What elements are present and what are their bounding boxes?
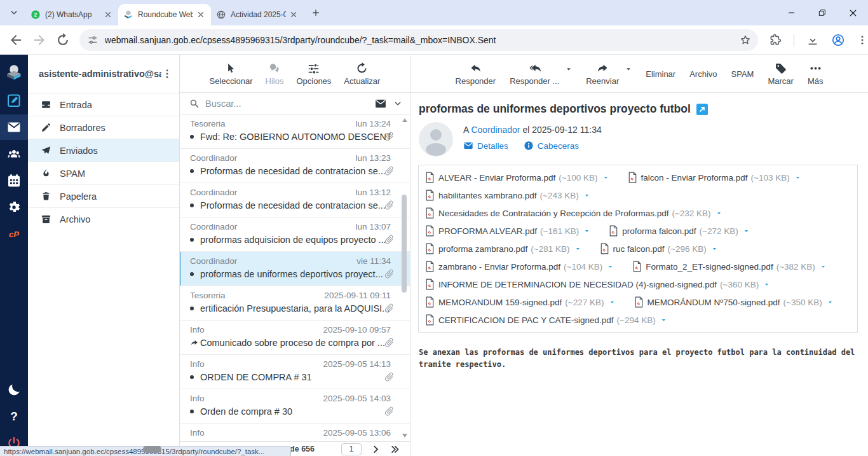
threads-button[interactable]: Hilos xyxy=(266,62,284,86)
back-button[interactable] xyxy=(8,32,24,48)
message-row[interactable]: Info 2025-09-10 09:57 Comunicado sobre p… xyxy=(180,321,410,355)
folder-item-archivo[interactable]: Archivo xyxy=(28,207,179,230)
address-bar[interactable]: webmail.sanjuan.gob.ec/cpsess4895969315/… xyxy=(79,29,758,51)
more-button[interactable]: Más xyxy=(808,62,824,86)
tab-search-button[interactable] xyxy=(5,4,23,22)
attachment-menu-caret[interactable] xyxy=(764,282,770,287)
new-tab-button[interactable] xyxy=(308,4,324,21)
attachment-menu-caret[interactable] xyxy=(607,264,613,270)
search-scope-button[interactable] xyxy=(393,99,402,108)
attachment-menu-caret[interactable] xyxy=(716,211,722,216)
message-row[interactable]: Tesoreria lun 13:24 Fwd: Re: GOBIERNO AU… xyxy=(180,114,410,149)
attachment-chip[interactable]: falcon - Enviar Proforma.pdf (~103 KB) xyxy=(628,169,801,186)
attachment-chip[interactable]: Formato_2_ET-signed-signed.pdf (~382 KB) xyxy=(632,258,826,275)
forward-caret-button[interactable] xyxy=(625,66,632,73)
list-mode-button[interactable] xyxy=(374,97,387,110)
forward-button[interactable]: Reenviar xyxy=(586,62,619,86)
attachment-chip[interactable]: MEMORANDUM 159-signed.pdf (~227 KB) xyxy=(425,293,615,311)
attachment-chip[interactable]: habilitantes xambrano.pdf (~243 KB) xyxy=(425,186,590,204)
attachment-menu-caret[interactable] xyxy=(603,175,609,181)
profile-button[interactable] xyxy=(831,33,845,47)
last-page-button[interactable] xyxy=(390,445,400,454)
reply-all-button[interactable]: Responder ... xyxy=(510,62,559,86)
message-row[interactable]: Info 2025-09-05 13:06 xyxy=(180,424,410,441)
browser-tab[interactable]: 2 (2) WhatsApp xyxy=(25,4,118,25)
next-page-button[interactable] xyxy=(371,445,381,454)
reply-button[interactable]: Responder xyxy=(456,62,496,86)
scrollbar-thumb[interactable] xyxy=(402,195,407,293)
message-row[interactable]: Info 2025-09-05 14:13 ORDEN DE COMPRA # … xyxy=(180,355,410,389)
attachment-menu-caret[interactable] xyxy=(575,246,581,252)
attachment-chip[interactable]: INFORME DE DETERMINACION DE NECESIDAD (4… xyxy=(425,275,770,293)
attachment-menu-caret[interactable] xyxy=(795,175,801,181)
message-row[interactable]: Coordinador lun 13:07 proformas adquisic… xyxy=(180,218,410,252)
message-row[interactable]: Coordinador lun 13:23 Proformas de neces… xyxy=(180,149,410,183)
recipient-link[interactable]: Coordinador xyxy=(471,125,520,135)
folder-item-borradores[interactable]: Borradores xyxy=(28,116,179,139)
browser-tab[interactable]: Actividad 2025-09-12 08:00:00 xyxy=(211,4,304,25)
tab-close-button[interactable] xyxy=(196,10,206,20)
attachment-chip[interactable]: PROFORMA ALVEAR.pdf (~161 KB) xyxy=(425,222,590,240)
headers-link[interactable]: Cabeceras xyxy=(524,141,579,151)
attachment-menu-caret[interactable] xyxy=(712,246,717,252)
delete-button[interactable]: Eliminar xyxy=(646,68,675,79)
scroll-up-arrow[interactable] xyxy=(402,118,407,122)
site-info-icon[interactable] xyxy=(87,34,98,46)
archive-button[interactable]: Archivo xyxy=(689,68,717,79)
scroll-down-arrow[interactable] xyxy=(402,434,407,438)
attachment-menu-caret[interactable] xyxy=(609,300,615,305)
message-row[interactable]: Info 2025-09-05 14:03 Orden de compra # … xyxy=(180,389,410,424)
settings-nav-button[interactable] xyxy=(0,195,28,220)
attachment-menu-caret[interactable] xyxy=(661,317,667,323)
reload-button[interactable] xyxy=(55,32,71,48)
url-text[interactable]: webmail.sanjuan.gob.ec/cpsess4895969315/… xyxy=(105,35,739,45)
minimize-button[interactable] xyxy=(783,4,801,22)
select-button[interactable]: Seleccionar xyxy=(210,62,253,86)
downloads-button[interactable] xyxy=(806,33,820,47)
attachment-chip[interactable]: ruc falcon.pdf (~296 KB) xyxy=(600,240,717,258)
refresh-button[interactable]: Actualizar xyxy=(344,62,380,86)
mark-button[interactable]: Marcar xyxy=(768,62,793,86)
attachment-menu-caret[interactable] xyxy=(584,228,590,234)
tab-close-button[interactable] xyxy=(103,10,113,20)
attachment-chip[interactable]: CERTIFICACION DE PAC Y CATE-signed.pdf (… xyxy=(425,311,667,329)
attachment-chip[interactable]: zambrano - Enviar Proforma.pdf (~104 KB) xyxy=(425,258,613,275)
calendar-nav-button[interactable] xyxy=(0,168,28,193)
compose-button[interactable] xyxy=(0,88,28,113)
extensions-button[interactable] xyxy=(768,33,782,47)
attachment-chip[interactable]: proforma zambrano.pdf (~281 KB) xyxy=(425,240,581,258)
account-menu-button[interactable] xyxy=(161,68,173,79)
browser-tab[interactable]: Roundcube Webmail :: Enviados xyxy=(118,4,211,25)
page-number-box[interactable]: 1 xyxy=(341,443,362,455)
mail-nav-button[interactable] xyxy=(0,114,28,140)
options-button[interactable]: Opciones xyxy=(296,62,331,86)
list-scrollbar[interactable] xyxy=(400,114,409,441)
message-row[interactable]: Coordinador lun 13:12 Proformas de neces… xyxy=(180,183,410,218)
reply-all-caret-button[interactable] xyxy=(566,66,572,73)
dark-mode-button[interactable] xyxy=(0,377,28,403)
attachment-menu-caret[interactable] xyxy=(743,228,749,234)
help-button[interactable]: ? xyxy=(0,404,28,429)
search-input[interactable] xyxy=(205,99,374,109)
folder-item-spam[interactable]: SPAM xyxy=(28,162,179,184)
spam-button[interactable]: SPAM xyxy=(731,68,754,79)
message-row[interactable]: Coordinador vie 11:34 proformas de unifo… xyxy=(180,252,410,286)
open-in-new-window-button[interactable] xyxy=(696,104,708,115)
attachment-menu-caret[interactable] xyxy=(820,264,826,270)
attachment-chip[interactable]: MEMORÁNDUM Nº750-signed.pdf (~350 KB) xyxy=(634,293,833,311)
attachment-menu-caret[interactable] xyxy=(827,300,833,305)
restore-button[interactable] xyxy=(813,4,831,22)
folder-item-entrada[interactable]: Entrada xyxy=(28,93,179,116)
folder-item-papelera[interactable]: Papelera xyxy=(28,184,179,207)
close-button[interactable] xyxy=(844,4,862,22)
tab-close-button[interactable] xyxy=(288,10,299,20)
attachment-menu-caret[interactable] xyxy=(584,193,590,198)
contacts-nav-button[interactable] xyxy=(0,141,28,167)
browser-menu-button[interactable] xyxy=(857,33,868,47)
message-row[interactable]: Tesoreria 2025-09-11 09:11 ertificación … xyxy=(180,286,410,321)
attachment-chip[interactable]: ALVEAR - Enviar Proforma.pdf (~100 KB) xyxy=(425,169,609,186)
attachment-chip[interactable]: Necesidades de Contratación y Recepción … xyxy=(425,204,722,222)
folder-item-enviados[interactable]: Enviados xyxy=(28,139,179,162)
cpanel-button[interactable]: cP xyxy=(0,221,28,247)
attachment-chip[interactable]: proforma falcon.pdf (~272 KB) xyxy=(609,222,749,240)
